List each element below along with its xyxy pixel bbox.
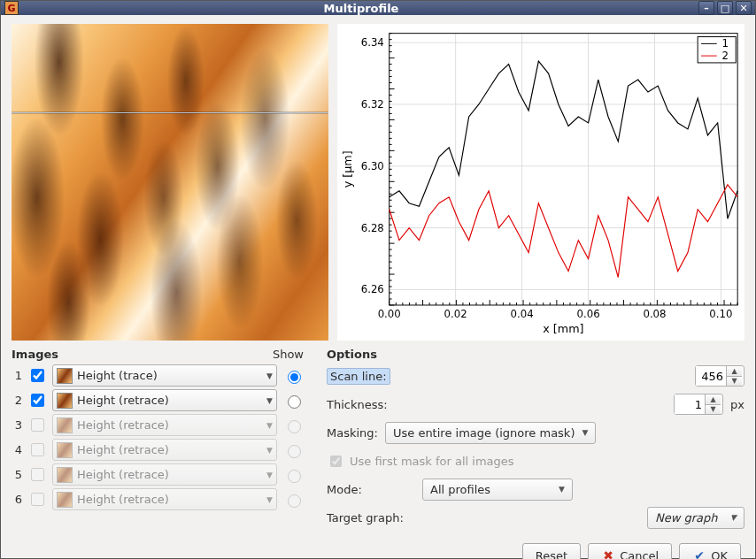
svg-text:0.08: 0.08 [643,308,666,320]
svg-text:0.00: 0.00 [378,308,401,320]
use-first-mask-checkbox: Use first mask for all images [327,453,514,470]
image-select-dropdown: Height (retrace)▼ [52,488,277,510]
image-thumbnail [57,442,73,458]
image-row: 5Height (retrace)▼ [12,463,304,486]
chevron-down-icon: ▼ [266,421,273,430]
images-header: Images [12,348,58,361]
image-label: Height (retrace) [77,443,262,456]
masking-combo[interactable]: Use entire image (ignore mask) ▼ [385,422,596,444]
image-enable-checkbox [31,443,44,456]
target-label: Target graph: [327,511,415,525]
minimize-button[interactable]: – [698,1,714,15]
image-enable-checkbox[interactable] [31,394,44,407]
app-icon: G [4,1,19,15]
thickness-spinner[interactable]: ▲▼ [674,394,723,415]
spin-down-icon[interactable]: ▼ [727,377,742,387]
cancel-button[interactable]: ✖Cancel [588,543,672,559]
svg-text:x [mm]: x [mm] [543,322,583,335]
window-title: Multiprofile [24,2,698,15]
image-thumbnail [57,467,73,483]
svg-text:6.32: 6.32 [361,98,384,111]
image-enable-checkbox [31,468,44,481]
cancel-icon: ✖ [601,548,615,559]
thickness-input[interactable] [675,394,705,414]
close-button[interactable]: ✕ [736,1,752,15]
target-graph-value: New graph [655,511,718,525]
image-thumbnail [57,393,73,409]
image-label: Height (retrace) [77,493,262,506]
chevron-down-icon: ▼ [266,396,273,405]
reset-button[interactable]: Reset [522,543,581,559]
thickness-unit: px [730,398,744,411]
scan-line-input[interactable] [696,366,726,386]
image-enable-checkbox [31,493,44,506]
svg-rect-120 [390,34,737,305]
image-row-number: 2 [12,394,22,407]
image-enable-checkbox[interactable] [31,369,44,382]
image-row-number: 3 [12,418,22,432]
scan-line-label: Scan line: [327,368,390,385]
image-row: 6Height (retrace)▼ [12,488,304,510]
mode-combo[interactable]: All profiles ▼ [422,479,573,501]
svg-text:6.26: 6.26 [361,283,384,295]
image-select-dropdown: Height (retrace)▼ [52,439,277,461]
image-row: 2Height (retrace)▼ [12,389,304,411]
image-thumbnail [57,492,73,508]
scan-line-spinner[interactable]: ▲▼ [695,365,744,387]
image-show-radio [288,420,301,433]
use-first-mask-label: Use first mask for all images [350,455,514,468]
ok-button[interactable]: ✔OK [679,543,741,559]
image-show-radio[interactable] [288,395,301,409]
image-show-radio[interactable] [288,371,301,384]
chevron-down-icon: ▼ [559,485,565,494]
options-header: Options [327,348,377,361]
image-texture [12,24,328,341]
chevron-down-icon: ▼ [266,495,273,504]
image-label: Height (retrace) [77,468,262,481]
spin-up-icon[interactable]: ▲ [727,366,742,377]
maximize-button[interactable]: □ [717,1,733,15]
mode-value: All profiles [430,483,490,496]
image-row-number: 1 [12,369,22,382]
svg-text:6.34: 6.34 [361,36,384,49]
svg-text:1: 1 [722,37,729,50]
spin-down-icon[interactable]: ▼ [706,405,721,415]
svg-text:0.04: 0.04 [511,308,534,320]
image-select-dropdown: Height (retrace)▼ [52,463,277,486]
image-row: 4Height (retrace)▼ [12,439,304,461]
svg-text:6.28: 6.28 [361,222,384,234]
spin-up-icon[interactable]: ▲ [706,394,721,405]
image-show-radio [288,494,301,508]
svg-text:0.06: 0.06 [576,308,599,320]
image-row-number: 5 [12,468,22,481]
show-label: Show [273,348,304,361]
chevron-down-icon: ▼ [582,428,588,437]
image-row-number: 4 [12,443,22,456]
ok-icon: ✔ [692,548,706,559]
scan-line-indicator[interactable] [12,112,328,113]
image-enable-checkbox [31,418,44,432]
image-thumbnail [57,417,73,433]
masking-label: Masking: [327,426,378,440]
image-select-dropdown: Height (retrace)▼ [52,414,277,436]
svg-text:2: 2 [722,50,729,62]
chevron-down-icon: ▼ [266,446,273,455]
window: G Multiprofile – □ ✕ 0.000.020.040.060.0… [0,0,756,559]
image-preview[interactable] [12,24,328,341]
image-row: 1Height (trace)▼ [12,364,304,387]
target-graph-combo[interactable]: New graph ▼ [647,507,744,529]
chevron-down-icon: ▼ [266,371,273,380]
svg-text:0.02: 0.02 [444,308,467,320]
masking-value: Use entire image (ignore mask) [393,426,575,440]
image-label: Height (retrace) [77,394,262,407]
svg-text:0.10: 0.10 [709,308,732,320]
image-select-dropdown[interactable]: Height (trace)▼ [52,364,277,387]
image-show-radio [288,445,301,458]
profile-chart: 0.000.020.040.060.080.106.266.286.306.32… [337,24,744,341]
image-thumbnail [57,368,73,384]
titlebar: G Multiprofile – □ ✕ [1,1,755,15]
image-select-dropdown[interactable]: Height (retrace)▼ [52,389,277,411]
thickness-label: Thickness: [327,398,415,411]
image-label: Height (retrace) [77,418,262,432]
chevron-down-icon: ▼ [730,513,737,522]
